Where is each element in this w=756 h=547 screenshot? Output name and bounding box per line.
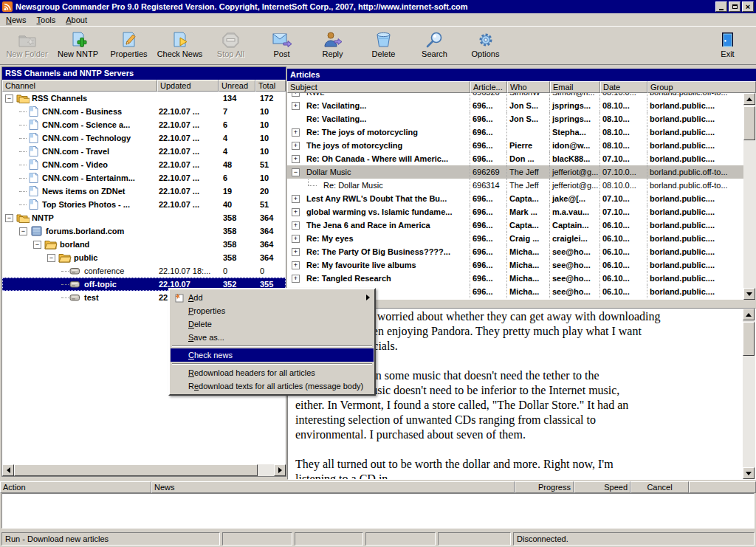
tree-row-rss-channels[interactable]: −RSS Channels134172 — [2, 92, 286, 105]
toolbar-delete-button[interactable]: Delete — [358, 30, 409, 63]
collapse-box[interactable]: − — [292, 168, 300, 176]
toolbar-properties-button[interactable]: Properties — [103, 30, 154, 63]
toolbar-exit-button[interactable]: Exit — [702, 30, 753, 63]
tree-unread-cell: 4 — [219, 134, 255, 142]
tree-row-borland[interactable]: −borland358364 — [2, 238, 286, 251]
menu-tools[interactable]: Tools — [32, 14, 62, 26]
articles-column-header-email[interactable]: Email — [550, 81, 600, 93]
channels-column-header-unread[interactable]: Unread — [219, 80, 255, 92]
article-row-re-oh-canada-where-will-americ[interactable]: +Re: Oh Canada - Where will Americ...696… — [287, 152, 743, 165]
articles-vertical-scrollbar[interactable] — [743, 93, 756, 300]
collapse-box[interactable]: − — [5, 214, 13, 222]
expand-box[interactable]: + — [292, 195, 300, 203]
context-menu-delete[interactable]: Delete — [171, 317, 374, 331]
article-date-cell: 06.10... — [600, 219, 647, 232]
tree-row-cnn-com-science-a[interactable]: CNN.com - Science a...22.10.07 ...610 — [2, 118, 286, 131]
submenu-arrow-icon — [366, 295, 370, 300]
toolbar-options-button[interactable]: Options — [460, 30, 511, 63]
expand-box[interactable]: + — [292, 155, 300, 163]
toolbar-search-button[interactable]: Search — [409, 30, 460, 63]
tree-row-news-items-on-zdnet[interactable]: News items on ZDNet22.10.07 ...1920 — [2, 185, 286, 198]
article-row-the-joys-of-motorcycling[interactable]: +The joys of motorcycling696...Pierreido… — [287, 139, 743, 152]
articles-column-header-who[interactable]: Who — [507, 81, 550, 93]
expand-box[interactable]: + — [292, 235, 300, 243]
article-row-re-dollar-music[interactable]: Re: Dollar Music696314The Jeffjefferiot@… — [287, 179, 743, 192]
tree-row-cnn-com-business[interactable]: CNN.com - Business22.10.07 ...710 — [2, 105, 286, 118]
collapse-box[interactable]: − — [5, 94, 13, 103]
articles-column-header-subject[interactable]: Subject — [287, 81, 470, 93]
article-row-re-my-eyes[interactable]: +Re: My eyes696...Craig ...craiglei...06… — [287, 232, 743, 245]
scroll-up-arrow[interactable] — [743, 309, 755, 320]
context-menu-check-news[interactable]: Check news — [171, 348, 374, 362]
scrollbar-thumb[interactable] — [14, 464, 258, 476]
collapse-box[interactable]: − — [47, 254, 55, 262]
context-menu-redownload-texts-for-all-articles-message-body[interactable]: Redownload texts for all articles (messa… — [171, 379, 374, 393]
article-row-global-warming-vs-islamic-fundame[interactable]: +global warming vs. Islamic fundame...69… — [287, 205, 743, 219]
scroll-down-arrow[interactable] — [743, 467, 755, 479]
horizontal-scrollbar[interactable] — [2, 464, 286, 476]
expand-box[interactable]: + — [292, 142, 300, 150]
scroll-down-arrow[interactable] — [743, 288, 755, 300]
tree-row-conference[interactable]: conference22.10.07 18:...00 — [2, 264, 286, 278]
article-row-dollar-music[interactable]: −Dollar Music696269The Jeffjefferiot@g..… — [287, 165, 743, 179]
scroll-right-arrow[interactable] — [274, 464, 286, 476]
article-row-the-jena-6-and-race-in-america[interactable]: +The Jena 6 and Race in America696...Cap… — [287, 219, 743, 232]
articles-column-header-article[interactable]: Article... — [470, 81, 507, 93]
article-row-re-the-joys-of-motorcycling[interactable]: +Re: The joys of motorcycling696...Steph… — [287, 125, 743, 139]
toolbar-reply-button[interactable]: Reply — [307, 30, 358, 63]
expand-box[interactable]: + — [292, 128, 300, 137]
article-row-re-vacilating[interactable]: +Re: Vacilating...696...Jon S...jsprings… — [287, 99, 743, 112]
tree-row-nntp[interactable]: −NNTP358364 — [2, 211, 286, 224]
article-row-lest-any-rwl-s-doubt-that-the-bu[interactable]: +Lest Any RWL's Doubt That the Bu...696.… — [287, 192, 743, 205]
tree-row-forums-borland-com[interactable]: −forums.borland.com358364 — [2, 224, 286, 238]
channels-column-header-updated[interactable]: Updated — [157, 80, 219, 92]
tree-row-cnn-com-travel[interactable]: CNN.com - Travel22.10.07 ...410 — [2, 145, 286, 158]
scroll-up-arrow[interactable] — [743, 93, 755, 105]
expand-box[interactable]: + — [292, 275, 300, 283]
channels-column-header-total[interactable]: Total — [255, 80, 286, 92]
expand-box[interactable]: + — [292, 221, 300, 230]
toolbar-check-news-button[interactable]: Check News — [154, 30, 205, 63]
articles-column-headers: SubjectArticle...WhoEmailDateGroup — [287, 81, 756, 93]
article-date-cell: 06.10... — [600, 285, 647, 298]
scroll-left-arrow[interactable] — [2, 464, 14, 476]
toolbar-post-button[interactable]: Post — [256, 30, 307, 63]
article-row-re-my-favourite-live-albums[interactable]: +Re: My favourite live albums696...Micha… — [287, 258, 743, 272]
tree-row-cnn-com-technology[interactable]: CNN.com - Technology22.10.07 ...410 — [2, 131, 286, 145]
menu-about[interactable]: About — [61, 14, 93, 26]
toolbar-new-nntp-button[interactable]: New NNTP — [52, 30, 103, 63]
minimize-button[interactable] — [715, 1, 727, 12]
context-menu-redownload-headers-for-all-articles[interactable]: Redownload headers for all articles — [171, 366, 374, 379]
expand-box[interactable]: + — [292, 208, 300, 216]
channels-column-headers: ChannelUpdatedUnreadTotal — [2, 80, 286, 92]
article-row-re-tangled-research[interactable]: +Re: Tangled Research696...Micha...see@h… — [287, 272, 743, 285]
close-button[interactable]: × — [742, 1, 754, 12]
article-subject-label: Re: Tangled Research — [306, 274, 391, 283]
tree-row-cnn-com-video[interactable]: CNN.com - Video22.10.07 ...4851 — [2, 158, 286, 171]
collapse-box[interactable]: − — [19, 227, 27, 235]
expand-box[interactable]: + — [292, 102, 300, 110]
collapse-box[interactable]: − — [33, 241, 41, 249]
expand-box[interactable]: + — [292, 248, 300, 256]
tree-row-public[interactable]: −public358364 — [2, 251, 286, 264]
scrollbar-thumb[interactable] — [743, 106, 755, 140]
context-menu-properties[interactable]: Properties — [171, 304, 374, 317]
article-row-rwl[interactable]: +RWL696326SimonWSimon@n...08.10.0...borl… — [287, 93, 743, 99]
expand-box[interactable]: + — [292, 261, 300, 269]
menu-news[interactable]: News — [1, 14, 32, 26]
article-row-re-the-party-of-big-business[interactable]: +Re: The Party Of Big Business????...696… — [287, 245, 743, 258]
context-menu-add[interactable]: Add — [171, 291, 374, 304]
maximize-button[interactable] — [729, 1, 740, 12]
expand-box[interactable]: + — [292, 93, 300, 97]
context-menu-save-as[interactable]: Save as... — [171, 331, 374, 344]
tree-row-top-stories-photos[interactable]: Top Stories Photos - ...22.10.07 ...4051 — [2, 198, 286, 211]
new-folder-icon — [18, 30, 37, 49]
articles-column-header-group[interactable]: Group — [647, 81, 756, 93]
article-who-cell: Micha... — [507, 285, 550, 298]
article-row-re-vacilating[interactable]: Re: Vacilating...696...Jon S...jsprings.… — [287, 112, 743, 125]
articles-column-header-date[interactable]: Date — [600, 81, 647, 93]
message-vertical-scrollbar[interactable] — [743, 309, 755, 479]
tree-row-cnn-com-entertainm[interactable]: CNN.com - Entertainm...22.10.07 ...610 — [2, 171, 286, 185]
scrollbar-thumb[interactable] — [743, 322, 755, 356]
channels-column-header-channel[interactable]: Channel — [2, 80, 157, 92]
